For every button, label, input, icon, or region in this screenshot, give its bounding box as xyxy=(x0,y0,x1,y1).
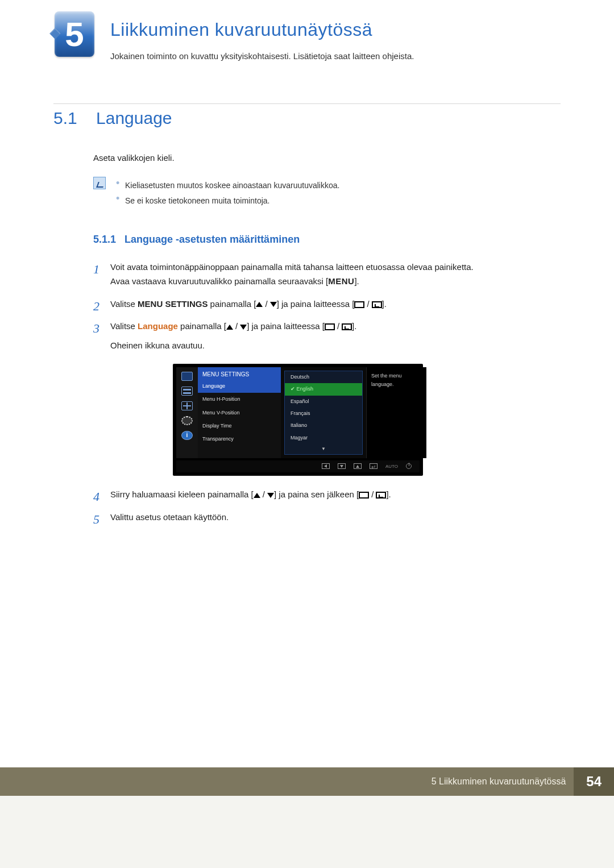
triangle-down-icon xyxy=(270,302,277,307)
manual-page: 5 Liikkuminen kuvaruutunäytössä Jokainen… xyxy=(0,0,614,796)
osd-language-option: Italiano xyxy=(285,420,362,431)
section-number: 5.1 xyxy=(53,109,77,127)
osd-screenshot: i MENU SETTINGS Language Menu H-Position… xyxy=(173,364,423,476)
osd-menu-item: Display Time xyxy=(198,420,281,433)
step-text: ] ja paina sen jälkeen [ xyxy=(274,489,359,499)
subsection-number: 5.1.1 xyxy=(93,234,116,245)
step-text: Valittu asetus otetaan käyttöön. xyxy=(110,512,229,522)
picture-icon xyxy=(181,372,193,381)
section-intro: Aseta valikkojen kieli. xyxy=(93,151,561,165)
chapter-number-badge: 5 xyxy=(55,11,94,57)
list-icon xyxy=(181,387,193,396)
osd-footer: AUTO xyxy=(176,460,420,473)
note-item: Se ei koske tietokoneen muita toimintoja… xyxy=(116,194,339,208)
step-number: 2 xyxy=(93,296,99,317)
osd-language-option: Magyar xyxy=(285,432,362,444)
step-1: 1 Voit avata toimintonäppäinoppaan paina… xyxy=(93,260,561,289)
osd-language-option: Español xyxy=(285,396,362,408)
step-number: 4 xyxy=(93,486,99,507)
page-number: 54 xyxy=(574,767,614,796)
step-3: 3 Valitse Language painamalla [/] ja pai… xyxy=(93,319,561,476)
osd-menu-item: Language xyxy=(198,380,281,393)
keyword-language: Language xyxy=(138,321,178,331)
step-4: 4 Siirry haluamaasi kieleen painamalla [… xyxy=(93,487,561,502)
source-icon xyxy=(359,492,369,499)
osd-menu-item: Menu V-Position xyxy=(198,406,281,420)
step-text: Valitse xyxy=(110,321,138,331)
osd-header: MENU SETTINGS xyxy=(198,367,281,380)
nav-up-icon xyxy=(354,463,362,469)
osd-language-panel: Deutsch English Español Français Italian… xyxy=(281,367,366,458)
note-block: Kieliasetusten muutos koskee ainoastaan … xyxy=(93,177,561,211)
section-title-text: Language xyxy=(96,109,172,127)
info-icon: i xyxy=(181,431,193,440)
step-text: Siirry haluamaasi kieleen painamalla [ xyxy=(110,489,254,499)
chapter-title: Liikkuminen kuvaruutunäytössä xyxy=(110,19,372,40)
page-footer: 5 Liikkuminen kuvaruutunäytössä 54 xyxy=(0,767,614,796)
triangle-up-icon xyxy=(226,325,233,330)
osd-hint-line: language. xyxy=(371,380,422,389)
osd-sidebar: i xyxy=(176,367,198,458)
section: 5.1 Language Aseta valikkojen kieli. Kie… xyxy=(53,103,561,532)
auto-label: AUTO xyxy=(385,463,398,471)
subsection-title: Language -asetusten määrittäminen xyxy=(125,234,300,245)
enter-icon xyxy=(376,492,386,499)
triangle-down-icon xyxy=(267,493,274,498)
nav-left-icon xyxy=(322,463,330,469)
source-icon xyxy=(354,301,364,308)
step-text: painamalla [ xyxy=(208,299,256,309)
step-number: 3 xyxy=(93,318,99,339)
footer-text: 5 Liikkuminen kuvaruutunäytössä xyxy=(432,776,566,787)
section-body: Aseta valikkojen kieli. Kieliasetusten m… xyxy=(93,151,561,524)
step-text: ]. xyxy=(382,299,387,309)
source-icon xyxy=(325,323,335,330)
osd-language-option: Français xyxy=(285,408,362,420)
osd-menu-item: Menu H-Position xyxy=(198,393,281,406)
procedure-steps: 1 Voit avata toimintonäppäinoppaan paina… xyxy=(93,260,561,524)
osd-menu-item: Transparency xyxy=(198,433,281,446)
step-2: 2 Valitse MENU SETTINGS painamalla [/] j… xyxy=(93,297,561,312)
position-icon xyxy=(181,401,193,410)
osd-hint: Set the menu language. xyxy=(366,367,426,458)
nav-down-icon xyxy=(338,463,346,469)
step-text: ]. xyxy=(352,321,356,331)
step-text: Voit avata toimintonäppäinoppaan painama… xyxy=(110,262,474,272)
step-text: Oheinen ikkuna avautuu. xyxy=(110,338,561,353)
step-number: 1 xyxy=(93,259,99,280)
osd-hint-line: Set the menu xyxy=(371,372,422,380)
osd-language-option-selected: English xyxy=(285,383,362,395)
keyword-menu-settings: MENU SETTINGS xyxy=(138,299,208,309)
step-text: ] ja paina laitteessa [ xyxy=(247,321,325,331)
osd-menu-list: Language Menu H-Position Menu V-Position… xyxy=(198,380,281,458)
note-item: Kieliasetusten muutos koskee ainoastaan … xyxy=(116,179,339,193)
triangle-up-icon xyxy=(256,302,263,307)
gear-icon xyxy=(181,416,193,425)
subsection-heading: 5.1.1 Language -asetusten määrittäminen xyxy=(93,231,561,248)
step-number: 5 xyxy=(93,509,99,530)
step-text: Avaa vastaava kuvaruutuvalikko painamall… xyxy=(110,276,328,286)
nav-enter-icon xyxy=(370,463,377,469)
menu-button-label: MENU xyxy=(328,276,354,286)
power-icon xyxy=(406,463,412,469)
enter-icon xyxy=(372,301,382,308)
note-icon xyxy=(93,177,106,189)
step-text: ]. xyxy=(354,276,359,286)
step-text: Valitse xyxy=(110,299,138,309)
step-text: ] ja paina laitteessa [ xyxy=(277,299,355,309)
triangle-down-icon xyxy=(240,325,247,330)
chapter-description: Jokainen toiminto on kuvattu yksityiskoh… xyxy=(110,51,414,61)
step-text: painamalla [ xyxy=(178,321,226,331)
step-text: ]. xyxy=(386,489,391,499)
osd-language-option: Deutsch xyxy=(285,371,362,383)
step-5: 5 Valittu asetus otetaan käyttöön. xyxy=(93,510,561,525)
note-list: Kieliasetusten muutos koskee ainoastaan … xyxy=(116,177,339,211)
enter-icon xyxy=(342,323,352,330)
triangle-up-icon xyxy=(254,493,260,498)
scroll-down-icon: ▼ xyxy=(285,444,362,454)
section-heading: 5.1 Language xyxy=(53,109,561,128)
